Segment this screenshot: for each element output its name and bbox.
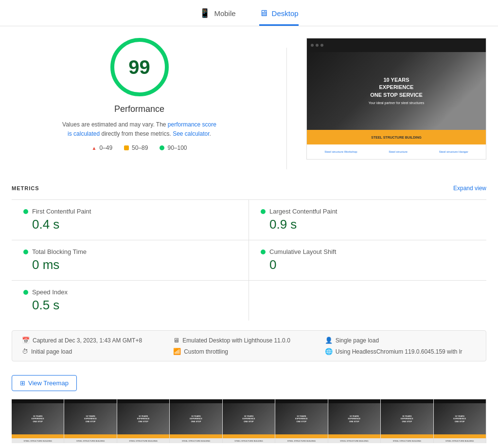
thumb-text-5: 10 YEARSEXPERIENCEONE STOP [243,415,255,423]
legend-range1: 0–49 [99,144,112,151]
person-icon: 👤 [325,337,333,344]
thumb-hero-9: 10 YEARSEXPERIENCEONE STOP [434,403,486,434]
legend-pass: 90–100 [160,144,187,151]
thumb-hero-8: 10 YEARSEXPERIENCEONE STOP [381,403,433,434]
thumb-footer-8 [381,434,433,438]
info-page-load-text: Single page load [336,337,379,344]
expand-view-link[interactable]: Expand view [453,185,486,192]
calculator-link[interactable]: See calculator [173,130,209,137]
average-icon [124,145,129,150]
timer-icon: ⏱ [22,348,28,355]
thumb-nav-6 [275,399,327,403]
metric-fcp-value: 0.4 s [23,217,237,232]
thumb-hero-3: 10 YEARSEXPERIENCEONE STOP [117,403,169,434]
thumb-footer-5 [223,434,275,438]
nav-dot-1 [311,44,314,47]
thumbnail-7: 10 YEARSEXPERIENCEONE STOP STEEL STRUCTU… [328,399,381,443]
treemap-icon: ⊞ [20,379,25,387]
info-bar: 📅 Captured at Dec 3, 2023, 1:43 AM GMT+8… [12,330,486,361]
info-browser-text: Using HeadlessChromium 119.0.6045.159 wi… [336,348,462,355]
thumb-text-6: 10 YEARSEXPERIENCEONE STOP [295,415,308,423]
metrics-header: METRICS Expand view [12,185,486,192]
thumbnail-4: 10 YEARSEXPERIENCEONE STOP STEEL STRUCTU… [170,399,222,443]
mock-links: Steel structure Workshop Steel structure… [307,144,486,159]
score-left: 99 Performance Values are estimated and … [12,38,267,151]
score-desc-end: . [210,130,211,137]
treemap-label: View Treemap [28,379,69,387]
metric-lcp-name-row: Largest Contentful Paint [261,208,475,215]
thumb-footer-4 [170,434,222,438]
thumb-footer-3 [117,434,169,438]
score-circle: 99 [110,38,169,96]
metric-cls-dot [261,250,266,254]
score-legend: ▲ 0–49 50–89 90–100 [91,144,187,151]
main-content: 99 Performance Values are estimated and … [0,38,498,443]
mock-navbar [307,38,486,52]
metric-lcp: Largest Contentful Paint 0.9 s [249,199,486,240]
metric-lcp-label: Largest Contentful Paint [269,208,337,215]
thumb-text-4: 10 YEARSEXPERIENCEONE STOP [190,415,202,423]
metric-si-name-row: Speed Index [23,288,237,296]
thumb-text-9: 10 YEARSEXPERIENCEONE STOP [453,415,466,423]
metric-si: Speed Index 0.5 s [12,280,249,321]
thumb-hero-1: 10 YEARSEXPERIENCEONE STOP [12,403,64,434]
wifi-icon: 📶 [173,348,181,355]
thumb-label-1: STEEL STRUCTURE BUILDING [12,438,64,443]
info-throttling-text: Custom throttling [184,348,228,355]
thumb-label-6: STEEL STRUCTURE BUILDING [275,438,327,443]
thumb-footer-6 [275,434,327,438]
tab-mobile[interactable]: 📱 Mobile [199,8,235,26]
thumb-hero-4: 10 YEARSEXPERIENCEONE STOP [170,403,222,434]
metric-tbt-name-row: Total Blocking Time [23,248,237,255]
thumb-footer-1 [12,434,64,438]
tab-bar: 📱 Mobile 🖥 Desktop [0,0,498,26]
thumbnails-bar: 10 YEARSEXPERIENCEONE STOP STEEL STRUCTU… [12,399,486,443]
score-section: 99 Performance Values are estimated and … [12,38,486,169]
legend-range3: 90–100 [167,144,187,151]
score-description: Values are estimated and may vary. The p… [62,120,217,139]
mock-link-3: Steel structure Hangar [439,150,468,153]
thumb-text-8: 10 YEARSEXPERIENCEONE STOP [401,415,413,423]
thumb-footer-7 [328,434,380,438]
metric-si-label: Speed Index [32,288,68,296]
mock-link-1: Steel structure Workshop [324,150,357,153]
thumbnail-6: 10 YEARSEXPERIENCEONE STOP STEEL STRUCTU… [275,399,328,443]
thumb-text-7: 10 YEARSEXPERIENCEONE STOP [348,415,360,423]
thumb-hero-7: 10 YEARSEXPERIENCEONE STOP [328,403,380,434]
thumb-text-2: 10 YEARSEXPERIENCEONE STOP [84,415,97,423]
fail-icon: ▲ [91,145,96,151]
metric-fcp: First Contentful Paint 0.4 s [12,199,249,240]
legend-average: 50–89 [124,144,148,151]
mock-link-2: Steel structure [389,150,408,153]
score-number: 99 [128,56,150,78]
thumb-nav-1 [12,399,64,403]
score-label: Performance [114,104,164,114]
tab-desktop-label: Desktop [272,9,299,18]
desktop-icon: 🖥 [259,8,268,18]
view-treemap-button[interactable]: ⊞ View Treemap [12,375,77,391]
metric-cls: Cumulative Layout Shift 0 [249,240,486,280]
tab-desktop[interactable]: 🖥 Desktop [259,8,299,26]
thumb-label-2: STEEL STRUCTURE BUILDING [64,438,116,443]
info-captured: 📅 Captured at Dec 3, 2023, 1:43 AM GMT+8 [22,337,173,344]
thumbnail-5: 10 YEARSEXPERIENCEONE STOP STEEL STRUCTU… [223,399,275,443]
info-browser: 🌐 Using HeadlessChromium 119.0.6045.159 … [325,348,476,355]
mock-footer: STEEL STRUCTURE BUILDING [307,130,486,144]
metric-fcp-label: First Contentful Paint [32,208,91,215]
legend-range2: 50–89 [132,144,148,151]
score-desc-mid: directly from these metrics. [100,130,173,137]
info-throttling: 📶 Custom throttling [173,348,324,355]
metric-tbt-value: 0 ms [23,257,237,272]
thumb-nav-7 [328,399,380,403]
info-emulated: 🖥 Emulated Desktop with Lighthouse 11.0.… [173,337,324,344]
info-initial-text: Initial page load [31,348,72,355]
metrics-title: METRICS [12,185,39,191]
metric-tbt-label: Total Blocking Time [32,248,87,255]
metric-lcp-dot [261,209,266,214]
thumb-label-7: STEEL STRUCTURE BUILDING [328,438,380,443]
thumbnail-8: 10 YEARSEXPERIENCEONE STOP STEEL STRUCTU… [381,399,433,443]
metrics-grid: First Contentful Paint 0.4 s Largest Con… [12,199,486,321]
calendar-icon: 📅 [22,337,30,344]
metric-tbt: Total Blocking Time 0 ms [12,240,249,280]
monitor-icon: 🖥 [173,337,179,344]
